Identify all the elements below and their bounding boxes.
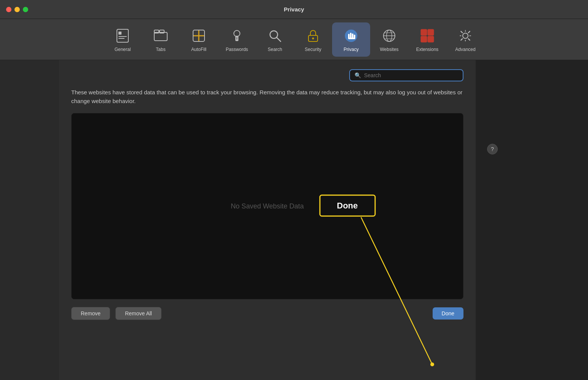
passwords-icon xyxy=(228,27,246,45)
toolbar: General Tabs AutoFill xyxy=(0,19,588,60)
svg-point-16 xyxy=(312,37,314,39)
content-area: 🔍 These websites have stored data that c… xyxy=(0,60,588,380)
security-label: Security xyxy=(305,47,321,52)
main-panel: 🔍 These websites have stored data that c… xyxy=(59,60,476,380)
search-toolbar-icon xyxy=(266,27,284,45)
general-label: General xyxy=(115,47,131,52)
search-input[interactable] xyxy=(364,72,458,78)
svg-line-14 xyxy=(277,37,281,41)
svg-point-10 xyxy=(234,30,240,37)
privacy-label: Privacy xyxy=(344,47,358,52)
toolbar-item-tabs[interactable]: Tabs xyxy=(142,22,180,57)
titlebar: Privacy xyxy=(0,0,588,19)
security-icon xyxy=(304,27,322,45)
toolbar-item-extensions[interactable]: Extensions xyxy=(408,22,446,57)
svg-rect-22 xyxy=(348,38,355,39)
remove-all-button[interactable]: Remove All xyxy=(115,307,161,320)
search-container: 🔍 xyxy=(71,69,463,81)
search-icon: 🔍 xyxy=(355,72,361,78)
search-box: 🔍 xyxy=(349,69,463,81)
websites-label: Websites xyxy=(380,47,398,52)
sidebar-right: ? xyxy=(476,60,588,380)
done-button-bottom[interactable]: Done xyxy=(433,307,463,320)
passwords-label: Passwords xyxy=(226,47,248,52)
search-label: Search xyxy=(268,47,282,52)
extensions-icon xyxy=(419,27,436,45)
toolbar-item-advanced[interactable]: Advanced xyxy=(446,22,484,57)
svg-point-32 xyxy=(463,33,468,38)
svg-rect-29 xyxy=(428,29,434,35)
help-button[interactable]: ? xyxy=(487,144,498,154)
description-text: These websites have stored data that can… xyxy=(71,88,463,105)
bottom-left-buttons: Remove Remove All xyxy=(71,307,161,320)
advanced-label: Advanced xyxy=(455,47,475,52)
general-icon xyxy=(114,27,131,45)
toolbar-item-passwords[interactable]: Passwords xyxy=(218,22,256,57)
no-data-label: No Saved Website Data xyxy=(231,202,304,210)
svg-rect-19 xyxy=(350,33,352,38)
toolbar-item-general[interactable]: General xyxy=(104,22,142,57)
websites-icon xyxy=(380,27,398,45)
minimize-button[interactable] xyxy=(14,7,20,12)
toolbar-item-security[interactable]: Security xyxy=(294,22,332,57)
privacy-icon xyxy=(342,27,360,45)
tabs-label: Tabs xyxy=(156,47,165,52)
svg-rect-1 xyxy=(118,32,121,35)
toolbar-item-websites[interactable]: Websites xyxy=(370,22,408,57)
svg-rect-2 xyxy=(118,36,127,37)
maximize-button[interactable] xyxy=(23,7,28,12)
remove-button[interactable]: Remove xyxy=(71,307,110,320)
tabs-icon xyxy=(152,27,169,45)
svg-point-36 xyxy=(430,363,434,366)
toolbar-item-autofill[interactable]: AutoFill xyxy=(180,22,218,57)
autofill-icon xyxy=(190,27,208,45)
svg-rect-30 xyxy=(421,36,427,42)
svg-rect-28 xyxy=(421,29,427,35)
window-controls xyxy=(6,7,28,12)
toolbar-item-search[interactable]: Search xyxy=(256,22,294,57)
svg-rect-3 xyxy=(118,38,125,39)
svg-rect-0 xyxy=(117,29,128,42)
svg-rect-4 xyxy=(154,32,167,41)
window: Privacy General xyxy=(0,0,588,380)
close-button[interactable] xyxy=(6,7,11,12)
advanced-icon xyxy=(457,27,474,45)
bottom-bar: Remove Remove All Done xyxy=(71,307,463,320)
website-data-list: No Saved Website Data xyxy=(71,113,463,299)
svg-rect-31 xyxy=(428,36,434,42)
extensions-label: Extensions xyxy=(416,47,439,52)
autofill-label: AutoFill xyxy=(191,47,206,52)
toolbar-item-privacy[interactable]: Privacy xyxy=(332,22,370,57)
sidebar-left xyxy=(0,60,59,380)
window-title: Privacy xyxy=(284,6,304,13)
